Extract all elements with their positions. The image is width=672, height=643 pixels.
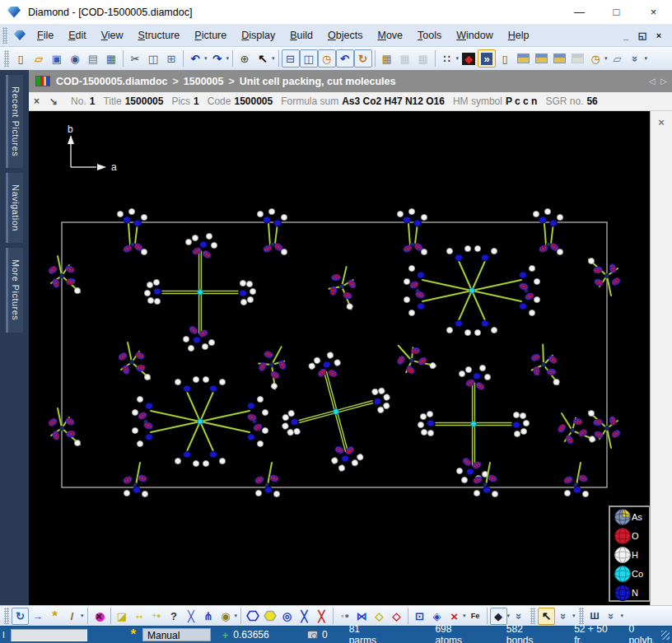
create-bond-button[interactable]: ∘● [336, 608, 353, 625]
new-picture-button[interactable]: ▯ [496, 49, 514, 68]
molecule-cross[interactable] [418, 365, 529, 482]
minimize-button[interactable]: — [561, 0, 598, 24]
picture-export-button[interactable]: ▱ [609, 49, 627, 68]
molecule-star[interactable] [132, 376, 268, 466]
mdi-close-button[interactable]: × [651, 28, 667, 43]
sidebar-tab-more-pictures[interactable]: More Pictures [6, 248, 23, 332]
view-refresh-button[interactable]: ↻ [354, 49, 372, 68]
measure-tools-button[interactable]: Ш [586, 608, 604, 625]
menu-picture[interactable]: Picture [187, 26, 234, 44]
picture-folder-button[interactable]: ◆ [460, 49, 478, 68]
build-tools-button[interactable]: / [63, 608, 81, 625]
ring-search-yellow-button[interactable]: ◇ [371, 608, 388, 625]
grow-cluster-button[interactable]: ⋔ [200, 608, 217, 625]
breadcrumb-back-icon[interactable]: ◁ [649, 77, 656, 86]
break-bonds-red-button[interactable]: ╳ [313, 608, 330, 625]
sidebar-tab-recent-pictures[interactable]: Recent Pictures [6, 75, 23, 168]
molecule-cluster[interactable] [250, 340, 299, 390]
panel-close-icon[interactable]: × [654, 114, 669, 129]
toolbar-more-dropdown[interactable]: ▾ [645, 55, 648, 62]
next-picture-button[interactable]: » [478, 49, 496, 68]
packing-range-dropdown[interactable]: ▾ [235, 613, 238, 619]
connect-atoms-button[interactable]: ╳ [183, 608, 200, 625]
new-file-button[interactable]: ▯ [12, 49, 30, 68]
auto-build-button[interactable]: * [46, 608, 63, 625]
save-button[interactable]: ▣ [48, 49, 66, 68]
polyhedron-yellow-button[interactable] [261, 608, 278, 625]
menu-structure[interactable]: Structure [131, 26, 188, 44]
menu-tools[interactable]: Tools [410, 26, 449, 44]
menu-objects[interactable]: Objects [320, 26, 370, 44]
sidebar-tab-navigation[interactable]: Navigation [6, 173, 23, 243]
menu-view[interactable]: View [94, 26, 131, 44]
molecule-cluster[interactable] [390, 334, 436, 384]
molecule-edgeBottom[interactable] [563, 463, 589, 497]
resize-grip[interactable] [661, 631, 670, 640]
view-tiles-button[interactable]: ◫ [300, 49, 318, 68]
picture-thumb-button[interactable] [514, 49, 532, 68]
toolbar-grip[interactable] [4, 608, 9, 624]
mdi-restore-button[interactable]: ◱ [634, 28, 651, 43]
chevron-more-3-dropdown[interactable]: ▾ [621, 613, 624, 619]
close-button[interactable]: × [635, 0, 672, 24]
chevron-more-3-button[interactable]: » [604, 608, 621, 625]
molecule-cross[interactable] [267, 340, 405, 482]
table-new-button[interactable]: ▦ [378, 49, 396, 68]
toolbar-more-button[interactable]: » [627, 49, 645, 68]
status-mode[interactable]: Manual [142, 628, 211, 641]
molecule-edgeTop[interactable] [397, 208, 427, 254]
atom-properties-button[interactable]: ? [166, 608, 183, 625]
molecule-cluster[interactable] [48, 408, 81, 446]
packing-range-button[interactable]: ◉ [217, 608, 235, 625]
picture-paste-button[interactable] [550, 49, 568, 68]
molecule-cross[interactable] [144, 233, 255, 351]
undo-button[interactable]: ↶ [186, 49, 204, 68]
add-atoms-button[interactable]: ●● [131, 608, 148, 625]
molecule-cluster[interactable] [48, 256, 81, 294]
menu-display[interactable]: Display [234, 26, 282, 44]
select-arrow-button[interactable]: ↖ [254, 49, 272, 68]
infobar-collapse-icon[interactable]: ↘ [49, 96, 58, 107]
maximize-button[interactable]: □ [598, 0, 635, 24]
infobar-close-icon[interactable]: × [34, 96, 40, 107]
molecule-edgeTop[interactable] [257, 208, 287, 254]
view-history-button[interactable]: ◷ [318, 49, 336, 68]
print-preview-button[interactable]: ▤ [84, 49, 102, 68]
update-picture-button[interactable]: ↻ [12, 608, 29, 625]
select-arrow-dropdown[interactable]: ▾ [272, 55, 275, 62]
molecule-cluster[interactable] [588, 258, 621, 296]
breadcrumb-part[interactable]: COD-1500005.diamdoc [56, 76, 167, 87]
fill-atoms-button[interactable]: ◪ [114, 608, 131, 625]
ring-search-red-button[interactable]: ◇ [388, 608, 405, 625]
print-button[interactable]: ▦ [102, 49, 120, 68]
picture-history-dropdown[interactable]: ▾ [604, 55, 608, 62]
breadcrumb-forward-icon[interactable]: ▷ [660, 77, 667, 86]
cut-button[interactable]: ✂ [126, 49, 144, 68]
add-atom-button[interactable]: +● [148, 608, 166, 625]
find-button[interactable]: ◉ [66, 49, 84, 68]
grid-options-button[interactable]: ∷ [438, 49, 456, 68]
view-tree-button[interactable]: ⊟ [282, 49, 300, 68]
unit-cell-box-button[interactable]: ⊡ [411, 608, 428, 625]
grid-options-dropdown[interactable]: ▾ [456, 55, 460, 62]
chevron-more-1-button[interactable]: » [511, 608, 528, 625]
toolbar-grip[interactable] [4, 50, 9, 67]
atom-designator-button[interactable]: Fe [467, 608, 484, 625]
menu-file[interactable]: File [30, 26, 61, 44]
menu-edit[interactable]: Edit [61, 26, 94, 44]
picture-history-button[interactable]: ◷ [586, 49, 604, 68]
molecule-edgeTop[interactable] [117, 208, 147, 254]
move-mode-button[interactable]: ◆ [490, 608, 507, 625]
view-undo-button[interactable]: ↶ [336, 49, 354, 68]
menu-move[interactable]: Move [370, 26, 410, 44]
destroy-selection-dropdown[interactable]: ▾ [463, 613, 466, 619]
redo-dropdown[interactable]: ▾ [226, 55, 230, 62]
molecule-cluster[interactable] [118, 342, 151, 380]
mdi-minimize-button[interactable]: _ [618, 28, 634, 43]
move-mode-dropdown[interactable]: ▾ [507, 613, 511, 619]
redo-button[interactable]: ↷ [208, 49, 226, 68]
polyhedra-build-button[interactable]: ◈ [428, 608, 446, 625]
pan-button[interactable]: ⊕ [236, 49, 254, 68]
toolbar-grip[interactable] [579, 608, 584, 624]
rings-stack-button[interactable]: ◎ [278, 608, 296, 625]
